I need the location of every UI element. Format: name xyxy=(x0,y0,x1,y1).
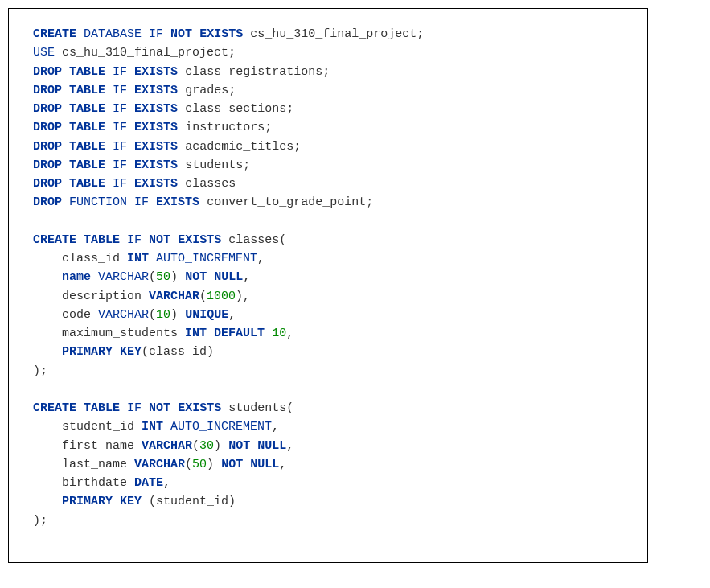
kw-create: CREATE xyxy=(33,27,76,41)
type-int: INT xyxy=(142,420,163,434)
kw-if: IF xyxy=(113,65,127,79)
kw-if: IF xyxy=(134,195,149,209)
tbl-name: class_registrations xyxy=(185,65,322,79)
tbl-name: academic_titles xyxy=(185,140,293,154)
kw-if: IF xyxy=(149,27,163,41)
tbl-name: students xyxy=(228,401,286,415)
tbl-name: classes xyxy=(228,233,279,247)
kw-database: DATABASE xyxy=(84,27,142,41)
kw-create: CREATE xyxy=(33,401,76,415)
type-varchar: VARCHAR xyxy=(134,458,185,471)
kw-drop: DROP xyxy=(33,158,62,172)
kw-table: TABLE xyxy=(84,233,120,247)
kw-drop: DROP xyxy=(33,140,62,154)
col-name: birthdate xyxy=(62,476,127,490)
kw-exists: EXISTS xyxy=(134,84,178,97)
col-name: description xyxy=(62,290,142,303)
kw-function: FUNCTION xyxy=(69,195,127,209)
type-int: INT xyxy=(127,252,149,265)
kw-drop: DROP xyxy=(33,195,62,209)
kw-exists: EXISTS xyxy=(178,233,221,247)
kw-key: KEY xyxy=(120,345,142,359)
num: 30 xyxy=(199,439,214,453)
kw-if: IF xyxy=(127,401,142,415)
kw-exists: EXISTS xyxy=(199,27,243,41)
col-name: maximum_students xyxy=(62,327,178,340)
kw-not: NOT xyxy=(149,401,170,415)
num: 50 xyxy=(156,270,170,284)
col-name: class_id xyxy=(62,252,120,265)
kw-table: TABLE xyxy=(69,102,105,116)
type-varchar: VARCHAR xyxy=(98,308,149,322)
col-name: student_id xyxy=(156,495,228,508)
type-varchar: VARCHAR xyxy=(98,270,149,284)
kw-table: TABLE xyxy=(69,84,105,97)
kw-exists: EXISTS xyxy=(134,177,178,191)
kw-primary: PRIMARY xyxy=(62,495,113,508)
db-name: cs_hu_310_final_project xyxy=(250,27,417,41)
kw-table: TABLE xyxy=(84,401,120,415)
kw-if: IF xyxy=(113,140,127,154)
kw-exists: EXISTS xyxy=(134,65,178,79)
sql-code-block: CREATE DATABASE IF NOT EXISTS cs_hu_310_… xyxy=(8,8,648,563)
num: 1000 xyxy=(207,290,236,303)
kw-unique: UNIQUE xyxy=(185,308,228,322)
kw-table: TABLE xyxy=(69,177,105,191)
col-name: first_name xyxy=(62,439,134,453)
kw-table: TABLE xyxy=(69,121,105,134)
type-date: DATE xyxy=(134,476,163,490)
tbl-name: class_sections xyxy=(185,102,286,116)
num: 10 xyxy=(272,327,286,340)
kw-autoinc: AUTO_INCREMENT xyxy=(156,252,257,265)
type-varchar: VARCHAR xyxy=(142,439,192,453)
kw-if: IF xyxy=(113,84,127,97)
kw-not: NOT xyxy=(170,27,192,41)
tbl-name: grades xyxy=(185,84,228,97)
kw-if: IF xyxy=(113,177,127,191)
col-name: code xyxy=(62,308,91,322)
kw-if: IF xyxy=(127,233,142,247)
kw-null: NULL xyxy=(257,439,286,453)
kw-drop: DROP xyxy=(33,177,62,191)
kw-if: IF xyxy=(113,158,127,172)
kw-create: CREATE xyxy=(33,233,76,247)
kw-null: NULL xyxy=(250,458,279,471)
col-name: student_id xyxy=(62,420,134,434)
kw-exists: EXISTS xyxy=(134,121,178,134)
kw-exists: EXISTS xyxy=(134,140,178,154)
type-varchar: VARCHAR xyxy=(149,290,199,303)
kw-autoinc: AUTO_INCREMENT xyxy=(170,420,272,434)
kw-not: NOT xyxy=(221,458,243,471)
kw-drop: DROP xyxy=(33,102,62,116)
kw-table: TABLE xyxy=(69,158,105,172)
kw-default: DEFAULT xyxy=(214,327,265,340)
kw-not: NOT xyxy=(228,439,250,453)
func-name: convert_to_grade_point xyxy=(207,195,366,209)
col-name: last_name xyxy=(62,458,127,471)
col-name: name xyxy=(62,270,91,284)
num: 10 xyxy=(156,308,170,322)
kw-not: NOT xyxy=(149,233,170,247)
kw-table: TABLE xyxy=(69,140,105,154)
kw-if: IF xyxy=(113,121,127,134)
type-int: INT xyxy=(185,327,207,340)
tbl-name: classes xyxy=(185,177,236,191)
num: 50 xyxy=(192,458,207,471)
kw-not: NOT xyxy=(185,270,207,284)
kw-drop: DROP xyxy=(33,121,62,134)
tbl-name: instructors xyxy=(185,121,265,134)
kw-primary: PRIMARY xyxy=(62,345,113,359)
db-name: cs_hu_310_final_project xyxy=(62,46,228,60)
kw-drop: DROP xyxy=(33,65,62,79)
kw-use: USE xyxy=(33,46,55,60)
kw-exists: EXISTS xyxy=(134,158,178,172)
kw-exists: EXISTS xyxy=(178,401,221,415)
kw-drop: DROP xyxy=(33,84,62,97)
kw-exists: EXISTS xyxy=(134,102,178,116)
kw-null: NULL xyxy=(214,270,243,284)
tbl-name: students xyxy=(185,158,243,172)
kw-if: IF xyxy=(113,102,127,116)
kw-exists: EXISTS xyxy=(156,195,199,209)
kw-table: TABLE xyxy=(69,65,105,79)
kw-key: KEY xyxy=(120,495,142,508)
